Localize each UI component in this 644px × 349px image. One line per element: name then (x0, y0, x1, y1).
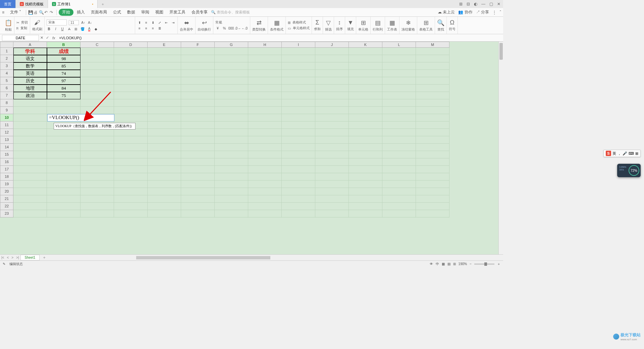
cell[interactable] (13, 210, 47, 217)
cell[interactable] (215, 210, 248, 217)
cell[interactable] (282, 62, 315, 70)
indent-dec-icon[interactable]: ⇤ (164, 20, 169, 25)
cell[interactable] (315, 62, 349, 70)
cell[interactable] (114, 55, 148, 62)
cell[interactable] (148, 62, 181, 70)
cell[interactable] (215, 48, 248, 55)
cell[interactable] (349, 144, 382, 151)
col-header-C[interactable]: C (80, 42, 114, 48)
cell[interactable] (248, 99, 282, 107)
cell[interactable] (248, 144, 282, 151)
group-cell[interactable]: ⊞单元格 (356, 17, 371, 34)
cell[interactable] (282, 85, 315, 92)
align-mid-icon[interactable]: ≡ (144, 20, 149, 25)
cell[interactable] (282, 188, 315, 195)
row-header-14[interactable]: 14 (0, 144, 13, 151)
cell[interactable] (382, 99, 416, 107)
cell[interactable] (382, 114, 416, 121)
cell[interactable] (248, 181, 282, 188)
cell[interactable] (114, 195, 148, 203)
cell[interactable] (382, 121, 416, 129)
indent-inc-icon[interactable]: ⇥ (171, 20, 175, 25)
cell[interactable] (215, 70, 248, 77)
cell[interactable] (148, 107, 181, 114)
save-icon[interactable]: 💾 (28, 10, 33, 15)
tab-workbook[interactable]: S工作簿1• (48, 0, 98, 8)
cell[interactable] (181, 85, 215, 92)
view-normal-icon[interactable]: ▦ (442, 262, 445, 266)
cell[interactable] (215, 92, 248, 99)
cell[interactable] (114, 77, 148, 85)
tab-add[interactable]: ＋ (98, 0, 108, 8)
cell[interactable] (416, 188, 449, 195)
cell[interactable] (181, 136, 215, 144)
cell[interactable] (315, 188, 349, 195)
cell[interactable] (80, 195, 114, 203)
cell[interactable] (114, 173, 148, 181)
border-icon[interactable]: ⊞ (73, 27, 78, 31)
preview-icon[interactable]: 🔍 (39, 10, 44, 15)
zoom-out-icon[interactable]: − (470, 262, 472, 266)
col-header-F[interactable]: F (181, 42, 215, 48)
cell[interactable] (282, 48, 315, 55)
cell[interactable] (382, 77, 416, 85)
cell[interactable] (80, 99, 114, 107)
cell[interactable] (315, 48, 349, 55)
col-header-E[interactable]: E (148, 42, 181, 48)
cell[interactable] (13, 173, 47, 181)
row-header-17[interactable]: 17 (0, 166, 13, 173)
view-break-icon[interactable]: ⊞ (453, 262, 456, 266)
cell[interactable] (181, 166, 215, 173)
cell[interactable] (248, 48, 282, 55)
cell[interactable] (315, 144, 349, 151)
cell[interactable] (47, 129, 80, 136)
cell[interactable] (248, 158, 282, 166)
menu-formula[interactable]: 公式 (110, 8, 124, 16)
cell[interactable] (248, 77, 282, 85)
cell[interactable] (416, 70, 449, 77)
cell[interactable]: 98 (47, 55, 80, 62)
vertical-scrollbar[interactable] (498, 42, 503, 254)
cell[interactable] (349, 107, 382, 114)
cell[interactable] (315, 114, 349, 121)
group-sort[interactable]: ↕排序 (334, 17, 345, 34)
group-rowcol[interactable]: ▤行和列 (371, 17, 385, 34)
cell[interactable] (13, 129, 47, 136)
row-header-15[interactable]: 15 (0, 151, 13, 158)
cell[interactable] (148, 166, 181, 173)
cell[interactable] (416, 158, 449, 166)
cell[interactable] (215, 121, 248, 129)
cell[interactable]: 75 (47, 92, 80, 99)
cell[interactable] (13, 144, 47, 151)
cell[interactable] (315, 136, 349, 144)
cell[interactable] (181, 121, 215, 129)
cell[interactable] (349, 203, 382, 210)
cell[interactable]: 学科 (13, 48, 47, 55)
cell[interactable] (349, 55, 382, 62)
paste-icon[interactable]: 📋 (5, 19, 12, 27)
command-search[interactable]: 🔍 查找命令、搜索模板 (211, 10, 250, 15)
cell[interactable] (349, 158, 382, 166)
italic-icon[interactable]: I (53, 27, 58, 31)
cell[interactable] (416, 48, 449, 55)
cell[interactable] (215, 62, 248, 70)
menu-data[interactable]: 数据 (124, 8, 138, 16)
cell[interactable] (80, 62, 114, 70)
cell[interactable] (80, 136, 114, 144)
row-header-16[interactable]: 16 (0, 158, 13, 166)
cell[interactable] (416, 181, 449, 188)
cell[interactable] (315, 77, 349, 85)
cell[interactable] (282, 173, 315, 181)
align-bot-icon[interactable]: ⬇ (151, 20, 155, 25)
group-merge[interactable]: ⬌合并居中 (178, 17, 196, 34)
col-header-A[interactable]: A (13, 42, 47, 48)
undo-icon[interactable]: ↶ (44, 10, 49, 15)
cell[interactable] (114, 48, 148, 55)
cell[interactable] (349, 121, 382, 129)
cell[interactable] (148, 136, 181, 144)
cell[interactable] (148, 92, 181, 99)
align-justify-icon[interactable]: ≣ (157, 26, 162, 31)
eye-icon[interactable]: 👁 (430, 262, 433, 266)
cell[interactable] (382, 151, 416, 158)
cell[interactable] (382, 203, 416, 210)
